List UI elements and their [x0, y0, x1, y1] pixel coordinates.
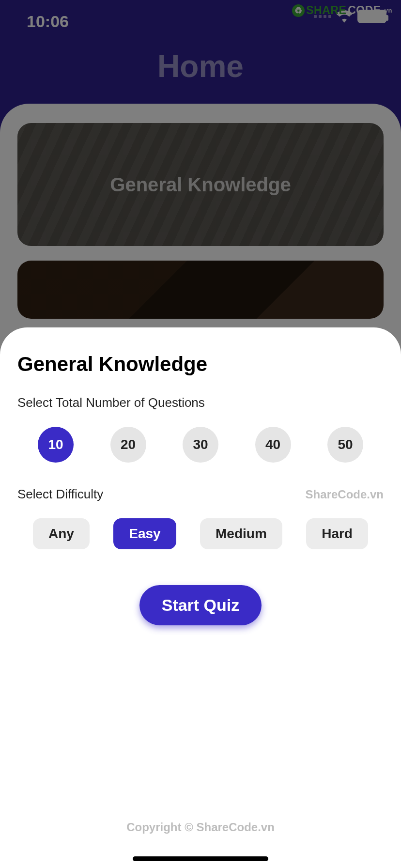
- difficulty-any[interactable]: Any: [33, 518, 90, 549]
- question-count-10[interactable]: 10: [38, 427, 74, 463]
- copyright-text: Copyright © ShareCode.vn: [0, 821, 401, 834]
- difficulty-medium[interactable]: Medium: [200, 518, 282, 549]
- question-count-40[interactable]: 40: [255, 427, 291, 463]
- difficulty-label: Select Difficulty: [17, 487, 103, 502]
- difficulty-options: AnyEasyMediumHard: [17, 518, 384, 549]
- question-count-50[interactable]: 50: [327, 427, 363, 463]
- start-quiz-button[interactable]: Start Quiz: [139, 585, 262, 625]
- question-count-20[interactable]: 20: [110, 427, 146, 463]
- questions-count-label: Select Total Number of Questions: [17, 395, 384, 410]
- difficulty-hard[interactable]: Hard: [306, 518, 368, 549]
- sheet-title: General Knowledge: [17, 353, 384, 376]
- watermark-mid: ShareCode.vn: [306, 488, 384, 501]
- quiz-options-sheet: General Knowledge Select Total Number of…: [0, 327, 401, 868]
- question-count-30[interactable]: 30: [183, 427, 218, 463]
- home-indicator[interactable]: [133, 856, 268, 861]
- questions-count-options: 1020304050: [17, 427, 384, 463]
- difficulty-easy[interactable]: Easy: [113, 518, 176, 549]
